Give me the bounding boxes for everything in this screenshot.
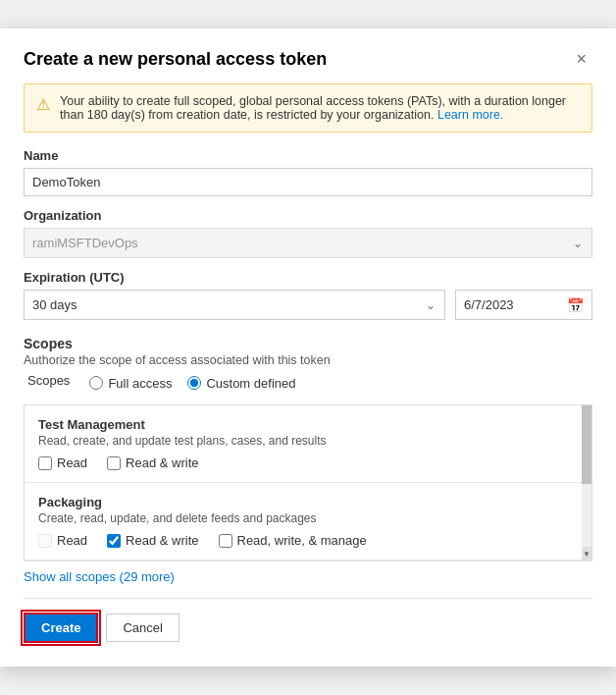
packaging-desc: Create, read, update, and delete feeds a… — [38, 511, 578, 525]
expiration-field-container: Expiration (UTC) 30 days 60 days 90 days… — [24, 270, 592, 320]
scopes-label: Scopes — [27, 373, 70, 388]
packaging-read-label: Read — [57, 533, 87, 548]
show-scopes-button[interactable]: Show all scopes (29 more) — [24, 569, 175, 584]
full-access-option[interactable]: Full access — [89, 376, 172, 391]
expiration-label: Expiration (UTC) — [24, 270, 592, 285]
test-read-option[interactable]: Read — [38, 455, 87, 470]
packaging-readwrite-checkbox[interactable] — [107, 534, 121, 548]
name-input[interactable] — [24, 168, 592, 196]
custom-defined-radio[interactable] — [187, 376, 201, 390]
packaging-manage-label: Read, write, & manage — [237, 533, 367, 548]
packaging-manage-checkbox[interactable] — [219, 534, 232, 548]
show-scopes-label: Show all scopes — [24, 569, 116, 584]
packaging-readwrite-option[interactable]: Read & write — [107, 533, 198, 548]
scopes-list-container: Test Management Read, create, and update… — [24, 404, 592, 561]
date-field-wrapper: 📅 — [455, 290, 592, 320]
packaging-name: Packaging — [38, 495, 578, 509]
test-read-checkbox[interactable] — [38, 456, 52, 470]
test-management-checkboxes: Read Read & write — [38, 455, 578, 470]
expiration-row: 30 days 60 days 90 days 180 days Custom … — [24, 290, 592, 320]
create-button[interactable]: Create — [24, 613, 98, 643]
packaging-manage-option[interactable]: Read, write, & manage — [219, 533, 367, 548]
scopes-description: Authorize the scope of access associated… — [24, 353, 592, 367]
scrollbar-track: ▲ ▼ — [582, 405, 591, 561]
name-label: Name — [24, 148, 592, 163]
test-readwrite-label: Read & write — [126, 455, 198, 470]
scroll-down-arrow[interactable]: ▼ — [582, 547, 591, 561]
packaging-read-checkbox — [38, 534, 52, 548]
dialog-header: Create a new personal access token × — [24, 48, 592, 70]
footer-buttons: Create Cancel — [24, 613, 592, 643]
warning-banner: ⚠ Your ability to create full scoped, gl… — [24, 83, 592, 133]
scope-item-test-management: Test Management Read, create, and update… — [25, 405, 591, 483]
calendar-icon[interactable]: 📅 — [567, 297, 584, 313]
scopes-title: Scopes — [24, 336, 592, 351]
organization-label: Organization — [24, 208, 592, 223]
warning-icon: ⚠ — [36, 95, 50, 122]
scopes-radio-row: Scopes Full access Custom defined — [27, 373, 592, 393]
learn-more-link[interactable]: Learn more. — [437, 108, 503, 122]
expiration-days-select[interactable]: 30 days 60 days 90 days 180 days Custom — [24, 290, 445, 320]
warning-text: Your ability to create full scoped, glob… — [60, 94, 580, 122]
footer-divider — [24, 598, 592, 599]
cancel-button[interactable]: Cancel — [106, 614, 179, 642]
test-read-label: Read — [57, 455, 87, 470]
expiration-date-input[interactable] — [464, 297, 567, 312]
test-management-desc: Read, create, and update test plans, cas… — [38, 434, 578, 448]
dialog-title: Create a new personal access token — [24, 49, 327, 70]
test-readwrite-option[interactable]: Read & write — [107, 455, 198, 470]
close-button[interactable]: × — [570, 48, 592, 70]
name-field-container: Name — [24, 148, 592, 208]
organization-field-container: Organization ramiMSFTDevOps ⌄ — [24, 208, 592, 258]
test-readwrite-checkbox[interactable] — [107, 456, 121, 470]
packaging-read-option[interactable]: Read — [38, 533, 87, 548]
custom-defined-option[interactable]: Custom defined — [187, 376, 295, 391]
organization-select[interactable]: ramiMSFTDevOps — [24, 228, 592, 258]
organization-select-wrapper: ramiMSFTDevOps ⌄ — [24, 228, 592, 258]
scope-item-packaging: Packaging Create, read, update, and dele… — [25, 483, 591, 561]
test-management-name: Test Management — [38, 417, 578, 432]
custom-defined-label: Custom defined — [206, 376, 295, 391]
packaging-checkboxes: Read Read & write Read, write, & manage — [38, 533, 578, 548]
scopes-section: Scopes Authorize the scope of access ass… — [24, 336, 592, 393]
show-scopes-count: (29 more) — [120, 569, 175, 584]
expiration-days-wrapper: 30 days 60 days 90 days 180 days Custom … — [24, 290, 445, 320]
full-access-label: Full access — [108, 376, 172, 391]
full-access-radio[interactable] — [89, 376, 103, 390]
show-scopes-container: Show all scopes (29 more) — [24, 569, 592, 584]
create-token-dialog: Create a new personal access token × ⚠ Y… — [0, 28, 616, 667]
packaging-readwrite-label: Read & write — [126, 533, 198, 548]
scrollbar-thumb[interactable] — [582, 405, 591, 484]
